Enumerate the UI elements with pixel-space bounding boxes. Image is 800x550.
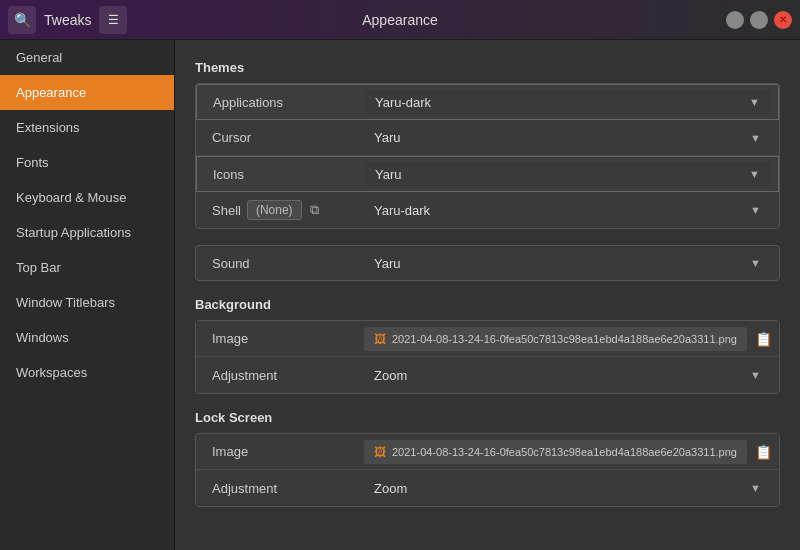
search-button[interactable]: 🔍 [8,6,36,34]
icons-dropdown-arrow: ▼ [749,168,760,180]
shell-value: Yaru-dark ▼ [356,194,779,227]
background-image-value: 🖼 2021-04-08-13-24-16-0fea50c7813c98ea1e… [356,323,780,355]
background-image-row: Image 🖼 2021-04-08-13-24-16-0fea50c7813c… [196,321,779,357]
background-adjustment-dropdown[interactable]: Zoom ▼ [364,363,771,388]
icons-value: Yaru ▼ [357,158,778,191]
background-image-icon: 🖼 [374,332,386,346]
app-name-label: Tweaks [44,12,91,28]
sidebar-item-keyboard-mouse[interactable]: Keyboard & Mouse [0,180,174,215]
menu-button[interactable]: ☰ [99,6,127,34]
shell-label: Shell (None) ⧉ [196,192,356,228]
sidebar-item-appearance[interactable]: Appearance [0,75,174,110]
sidebar-item-windows[interactable]: Windows [0,320,174,355]
titlebar: 🔍 Tweaks ☰ Appearance ─ □ ✕ [0,0,800,40]
main-layout: General Appearance Extensions Fonts Keyb… [0,40,800,550]
background-adjustment-row: Adjustment Zoom ▼ [196,357,779,393]
cursor-value: Yaru ▼ [356,121,779,154]
lockscreen-adjustment-row: Adjustment Zoom ▼ [196,470,779,506]
icons-row: Icons Yaru ▼ [196,156,779,192]
cursor-row: Cursor Yaru ▼ [196,120,779,156]
content-area: Themes Applications Yaru-dark ▼ Cursor Y… [175,40,800,550]
window-controls: ─ □ ✕ [726,11,792,29]
lockscreen-image-icon: 🖼 [374,445,386,459]
sound-value: Yaru ▼ [356,247,779,280]
shell-label-area: Shell (None) ⧉ [212,200,340,220]
sound-dropdown[interactable]: Yaru ▼ [364,251,771,276]
applications-dropdown-arrow: ▼ [749,96,760,108]
sound-label: Sound [196,248,356,279]
shell-dropdown[interactable]: Yaru-dark ▼ [364,198,771,223]
sidebar-item-fonts[interactable]: Fonts [0,145,174,180]
background-image-row-value: 🖼 2021-04-08-13-24-16-0fea50c7813c98ea1e… [364,327,776,351]
window-title: Appearance [362,12,438,28]
sidebar-item-general[interactable]: General [0,40,174,75]
sound-dropdown-arrow: ▼ [750,257,761,269]
sidebar-item-top-bar[interactable]: Top Bar [0,250,174,285]
icons-dropdown[interactable]: Yaru ▼ [365,162,770,187]
sidebar-item-extensions[interactable]: Extensions [0,110,174,145]
background-image-label: Image [196,323,356,354]
lockscreen-image-row: Image 🖼 2021-04-08-13-24-16-0fea50c7813c… [196,434,779,470]
applications-label: Applications [197,87,357,118]
background-image-pill: 🖼 2021-04-08-13-24-16-0fea50c7813c98ea1e… [364,327,747,351]
applications-dropdown[interactable]: Yaru-dark ▼ [365,90,770,115]
sidebar-item-workspaces[interactable]: Workspaces [0,355,174,390]
background-header: Background [195,297,780,312]
lockscreen-adjustment-value: Zoom ▼ [356,472,779,505]
lockscreen-adjustment-dropdown[interactable]: Zoom ▼ [364,476,771,501]
sidebar-item-window-titlebars[interactable]: Window Titlebars [0,285,174,320]
minimize-button[interactable]: ─ [726,11,744,29]
shell-copy-button[interactable]: ⧉ [308,200,321,220]
lockscreen-image-label: Image [196,436,356,467]
background-adjustment-arrow: ▼ [750,369,761,381]
background-image-folder-button[interactable]: 📋 [751,329,776,349]
maximize-button[interactable]: □ [750,11,768,29]
cursor-dropdown-arrow: ▼ [750,132,761,144]
sidebar-item-startup-applications[interactable]: Startup Applications [0,215,174,250]
themes-table: Applications Yaru-dark ▼ Cursor Yaru ▼ [195,83,780,229]
background-adjustment-value: Zoom ▼ [356,359,779,392]
close-button[interactable]: ✕ [774,11,792,29]
cursor-label: Cursor [196,122,356,153]
applications-row: Applications Yaru-dark ▼ [196,84,779,120]
lockscreen-image-value: 🖼 2021-04-08-13-24-16-0fea50c7813c98ea1e… [356,436,780,468]
lockscreen-image-row-value: 🖼 2021-04-08-13-24-16-0fea50c7813c98ea1e… [364,440,776,464]
lockscreen-adjustment-arrow: ▼ [750,482,761,494]
icons-label: Icons [197,159,357,190]
sidebar: General Appearance Extensions Fonts Keyb… [0,40,175,550]
lockscreen-image-pill: 🖼 2021-04-08-13-24-16-0fea50c7813c98ea1e… [364,440,747,464]
background-table: Image 🖼 2021-04-08-13-24-16-0fea50c7813c… [195,320,780,394]
lockscreen-image-folder-button[interactable]: 📋 [751,442,776,462]
shell-none-badge: (None) [247,200,302,220]
shell-dropdown-arrow: ▼ [750,204,761,216]
cursor-dropdown[interactable]: Yaru ▼ [364,125,771,150]
lockscreen-adjustment-label: Adjustment [196,473,356,504]
background-adjustment-label: Adjustment [196,360,356,391]
lockscreen-table: Image 🖼 2021-04-08-13-24-16-0fea50c7813c… [195,433,780,507]
lockscreen-header: Lock Screen [195,410,780,425]
themes-header: Themes [195,60,780,75]
titlebar-left: 🔍 Tweaks ☰ [8,6,127,34]
applications-value: Yaru-dark ▼ [357,86,778,119]
sound-row: Sound Yaru ▼ [195,245,780,281]
shell-row: Shell (None) ⧉ Yaru-dark ▼ [196,192,779,228]
